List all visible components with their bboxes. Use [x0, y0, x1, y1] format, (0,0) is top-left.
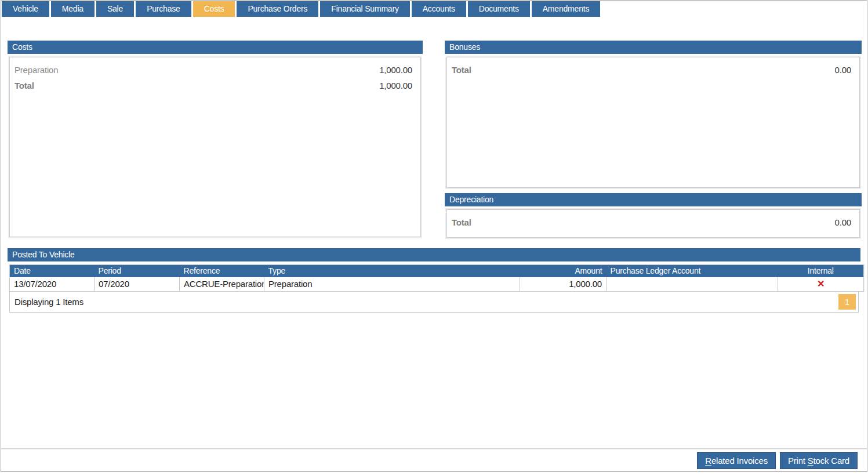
tab-sale[interactable]: Sale: [96, 1, 134, 17]
panel-row: Total0.00: [452, 65, 851, 75]
panel-row-label: Total: [452, 65, 471, 75]
costs-panel-title: Costs: [8, 41, 423, 54]
depreciation-panel: Depreciation Total0.00: [445, 193, 862, 238]
tab-purchase[interactable]: Purchase: [136, 1, 191, 17]
delete-internal-icon[interactable]: ✕: [817, 279, 825, 289]
panel-row-label: Total: [452, 217, 471, 227]
panel-row-label: Total: [14, 81, 34, 90]
costs-panel: Costs Preparation1,000.00Total1,000.00: [8, 41, 423, 238]
table-header-row: DatePeriodReferenceTypeAmountPurchase Le…: [10, 265, 864, 277]
panel-row-value: 0.00: [835, 217, 851, 227]
cell-purchase-ledger-account: [606, 277, 778, 292]
tab-bar: VehicleMediaSalePurchaseCostsPurchase Or…: [1, 1, 867, 17]
column-header-internal[interactable]: Internal: [778, 265, 864, 277]
tab-purchase-orders[interactable]: Purchase Orders: [237, 1, 318, 17]
footer-button-strip: Related Invoices Print Stock Card: [1, 449, 867, 471]
displaying-items-label: Displaying 1 Items: [14, 297, 83, 307]
cell-amount: 1,000.00: [520, 277, 606, 292]
column-header-period[interactable]: Period: [95, 265, 180, 277]
tab-documents[interactable]: Documents: [468, 1, 530, 17]
cell-type: Preparation: [264, 277, 520, 292]
print-stock-card-button[interactable]: Print Stock Card: [780, 452, 858, 469]
table-row[interactable]: 13/07/202007/2020ACCRUE-PreparationPrepa…: [10, 277, 864, 292]
tab-costs[interactable]: Costs: [193, 1, 235, 17]
bonuses-panel-title: Bonuses: [445, 41, 862, 54]
cell-reference: ACCRUE-Preparation: [180, 277, 264, 292]
costs-panel-body: Preparation1,000.00Total1,000.00: [9, 57, 421, 237]
cell-internal: ✕: [778, 277, 864, 292]
tab-media[interactable]: Media: [51, 1, 95, 17]
cell-period: 07/2020: [95, 277, 180, 292]
panel-row-value: 0.00: [835, 65, 851, 75]
panel-row-value: 1,000.00: [379, 65, 412, 75]
related-invoices-button[interactable]: Related Invoices: [697, 452, 776, 469]
panel-row-value: 1,000.00: [379, 81, 412, 90]
panel-row: Total1,000.00: [14, 81, 412, 90]
posted-to-vehicle-table: DatePeriodReferenceTypeAmountPurchase Le…: [9, 264, 864, 292]
panel-row-label: Preparation: [14, 65, 58, 75]
column-header-reference[interactable]: Reference: [180, 265, 264, 277]
costs-tab-content: Costs Preparation1,000.00Total1,000.00 B…: [1, 17, 867, 448]
bonuses-panel-body: Total0.00: [446, 57, 860, 188]
vehicle-record-window: VehicleMediaSalePurchaseCostsPurchase Or…: [1, 0, 867, 472]
column-header-date[interactable]: Date: [10, 265, 95, 277]
posted-to-vehicle-section: Posted To Vehicle DatePeriodReferenceTyp…: [8, 248, 860, 313]
bonuses-panel: Bonuses Total0.00: [445, 41, 862, 188]
column-header-purchase-ledger-account[interactable]: Purchase Ledger Account: [606, 265, 778, 277]
column-header-type[interactable]: Type: [264, 265, 520, 277]
panel-row: Preparation1,000.00: [14, 65, 412, 75]
tab-accounts[interactable]: Accounts: [412, 1, 466, 17]
depreciation-panel-body: Total0.00: [446, 209, 860, 238]
posted-to-vehicle-title: Posted To Vehicle: [8, 248, 860, 261]
cell-date: 13/07/2020: [10, 277, 95, 292]
pagination-page-1-button[interactable]: 1: [838, 294, 856, 310]
tab-financial-summary[interactable]: Financial Summary: [320, 1, 409, 17]
table-footer: Displaying 1 Items 1: [9, 292, 859, 313]
column-header-amount[interactable]: Amount: [520, 265, 606, 277]
right-panels-column: Bonuses Total0.00 Depreciation Total0.00: [445, 41, 862, 238]
panel-row: Total0.00: [452, 217, 851, 227]
depreciation-panel-title: Depreciation: [445, 193, 862, 206]
tab-amendments[interactable]: Amendments: [532, 1, 600, 17]
tab-vehicle[interactable]: Vehicle: [2, 1, 49, 17]
summary-panels-row: Costs Preparation1,000.00Total1,000.00 B…: [8, 41, 860, 238]
